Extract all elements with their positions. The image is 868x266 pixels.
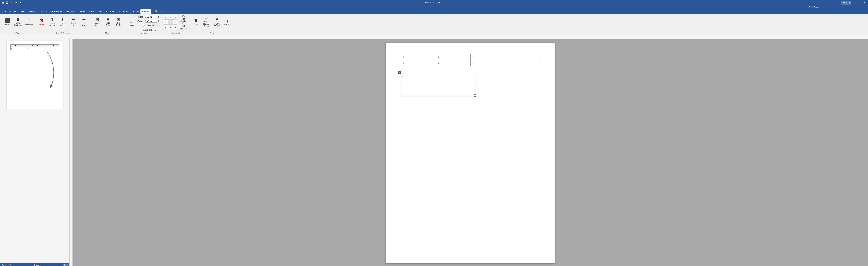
insert-below-button[interactable]: ⬇ InsertBelow xyxy=(58,15,68,29)
split-cells-button[interactable]: ⊟ SplitCells xyxy=(103,15,113,29)
align-top-left[interactable]: ↖ xyxy=(163,15,168,20)
doc-table-cell-2-3[interactable]: ✢ xyxy=(470,60,505,66)
align-middle-left[interactable]: ← xyxy=(163,20,168,24)
word-count: 12 words xyxy=(33,264,41,266)
menu-mailings[interactable]: Mailings xyxy=(64,9,76,13)
restore-btn[interactable]: □ xyxy=(858,1,861,4)
ribbon-group-data: ⇅ Sort ↩ RepeatHeader Rows A Convertto T… xyxy=(189,15,234,35)
doc-table-cell-2-1[interactable]: ✢ xyxy=(401,60,436,66)
align-middle-center[interactable]: · xyxy=(168,20,173,24)
title-bar-left: W 💾 ↩ ↪ ▾ xyxy=(1,1,22,4)
menu-insert[interactable]: Insert xyxy=(18,9,27,13)
ribbon-group-rows-columns: ✖ Delete ⬆ InsertAbove ⬇ InsertBelow ⬅ I… xyxy=(35,15,91,35)
main-doc-table: ✢ ✢ ✢ ✢ ✢ ✢ ✢ ✢ xyxy=(401,54,540,66)
properties-button[interactable]: 📋 Properties xyxy=(23,15,33,29)
v-ruler-mark-1: 2 xyxy=(70,41,71,42)
width-spin[interactable]: ▲ ▼ xyxy=(158,20,160,22)
doc-table-cell-1-1[interactable]: ✢ xyxy=(401,54,436,60)
select-icon: ⬛ xyxy=(4,18,10,23)
insert-above-icon: ⬆ xyxy=(51,17,54,22)
distribute-rows-button[interactable]: Distribute Rows xyxy=(137,23,160,28)
text-direction-button[interactable]: ↕A TextDirection xyxy=(179,15,188,22)
table-move-handle[interactable]: ✥ xyxy=(398,71,401,74)
insert-left-label: InsertLeft xyxy=(71,22,76,27)
menu-help[interactable]: Help xyxy=(96,9,104,13)
repeat-header-label: RepeatHeader Rows xyxy=(202,21,211,28)
split-cells-icon: ⊟ xyxy=(106,18,110,21)
redo-quick-btn[interactable]: ↪ xyxy=(14,1,18,4)
select-label: Select xyxy=(5,24,10,26)
merge-cells-button[interactable]: ⊞ MergeCells xyxy=(92,15,102,29)
width-up-arrow[interactable]: ▲ xyxy=(158,20,160,21)
table-group-label: Table xyxy=(2,32,33,35)
menu-design[interactable]: Design xyxy=(27,9,38,13)
customize-quick-btn[interactable]: ▾ xyxy=(19,1,22,4)
cell-marker-6: ✢ xyxy=(438,62,439,64)
cell-margins-icon: ⊟ xyxy=(182,22,184,24)
height-spin[interactable]: ▲ ▼ xyxy=(158,16,160,18)
align-top-center[interactable]: ↑ xyxy=(168,15,173,20)
doc-table-cell-1-2[interactable]: ✢ xyxy=(435,54,470,60)
menu-foxit[interactable]: Foxit PDF xyxy=(116,9,129,13)
split-table-button[interactable]: ⊠ SplitTable xyxy=(113,15,123,29)
page-info: Page 1 of 1 xyxy=(1,264,11,266)
align-middle-right[interactable]: → xyxy=(173,20,178,24)
split-cells-label: SplitCells xyxy=(106,22,110,27)
select-button[interactable]: ⬛ Select xyxy=(2,15,12,29)
cell-marker-8: ✢ xyxy=(507,62,508,64)
height-down-arrow[interactable]: ▼ xyxy=(158,17,160,18)
align-bottom-right[interactable]: ↘ xyxy=(173,25,178,29)
menu-review[interactable]: Review xyxy=(76,9,87,13)
main-document-area[interactable]: ✢ ✢ ✢ ✢ ✢ ✢ ✢ ✢ ¶ ✥ xyxy=(73,39,868,266)
menu-file[interactable]: File xyxy=(1,9,8,13)
height-up-arrow[interactable]: ▲ xyxy=(158,16,160,17)
align-bottom-left[interactable]: ↙ xyxy=(163,25,168,29)
menu-design-context[interactable]: Design xyxy=(130,9,141,13)
insert-right-button[interactable]: ➡ InsertRight xyxy=(79,15,89,29)
undo-quick-btn[interactable]: ↩ xyxy=(9,1,13,4)
cell-size-group-label: Cell Size xyxy=(127,32,160,35)
view-gridlines-button[interactable]: ⊞ ViewGridlines xyxy=(13,15,23,29)
doc-table-cell-2-4[interactable]: ✢ xyxy=(505,60,540,66)
cell-marker-3: ✢ xyxy=(472,56,474,58)
tell-me-bar[interactable]: 💡 Tell me what you want to do xyxy=(153,10,188,13)
insert-above-button[interactable]: ⬆ InsertAbove xyxy=(47,15,57,29)
align-top-right[interactable]: ↗ xyxy=(173,15,178,20)
insert-left-button[interactable]: ⬅ InsertLeft xyxy=(68,15,79,29)
menu-layout[interactable]: Layout xyxy=(38,9,49,13)
formula-button[interactable]: ƒ Formula xyxy=(222,15,232,29)
align-bottom-center[interactable]: ↓ xyxy=(168,25,173,29)
table-resize-handle[interactable] xyxy=(474,94,476,97)
menu-references[interactable]: References xyxy=(49,9,64,13)
ribbon-group-alignment: ↖ ↑ ↗ ← · → ↙ ↓ ↘ ↕A TextDirection ⊟ Cel… xyxy=(162,15,189,35)
doc-table-cell-2-2[interactable]: ✢ xyxy=(435,60,470,66)
convert-to-text-button[interactable]: A Convertto Text xyxy=(212,15,222,29)
distribute-columns-button[interactable]: Distribute Columns xyxy=(137,28,160,32)
menu-home[interactable]: Home xyxy=(8,9,18,13)
autofit-button[interactable]: ⇔ AutoFit xyxy=(127,17,136,31)
height-input[interactable] xyxy=(145,15,157,19)
red-bordered-table[interactable]: ✢ ✢ xyxy=(401,73,476,96)
width-input[interactable] xyxy=(145,19,157,23)
delete-button[interactable]: ✖ Delete xyxy=(37,15,47,29)
ruler-marks: · · · · · · · · · · · · · · · · · · · · … xyxy=(79,36,222,38)
repeat-header-rows-button[interactable]: ↩ RepeatHeader Rows xyxy=(202,15,212,29)
menu-acrobat[interactable]: Acrobat xyxy=(104,9,116,13)
width-down-arrow[interactable]: ▼ xyxy=(158,21,160,22)
sign-in-btn[interactable]: Sign in xyxy=(841,1,851,4)
red-table-cell-2[interactable]: ✢ xyxy=(438,74,475,96)
zoom-level: 100% xyxy=(63,264,68,266)
doc-table-cell-1-3[interactable]: ✢ xyxy=(470,54,505,60)
close-btn[interactable]: ✕ xyxy=(863,1,867,4)
minimize-btn[interactable]: ─ xyxy=(853,1,856,4)
save-quick-btn[interactable]: 💾 xyxy=(5,1,9,4)
cell-margins-button[interactable]: ⊟ CellMargins xyxy=(179,22,188,29)
v-ruler-mark-3: 4 xyxy=(70,52,71,53)
doc-table-row-2: ✢ ✢ ✢ ✢ xyxy=(401,60,540,66)
sort-button[interactable]: ⇅ Sort xyxy=(191,15,201,29)
minimap-cell-1-2: A xyxy=(27,47,43,50)
menu-view[interactable]: View xyxy=(87,9,96,13)
red-table-cell-1[interactable]: ✢ xyxy=(401,74,438,96)
menu-layout-context[interactable]: Layout xyxy=(141,9,151,13)
doc-table-cell-1-4[interactable]: ✢ xyxy=(505,54,540,60)
